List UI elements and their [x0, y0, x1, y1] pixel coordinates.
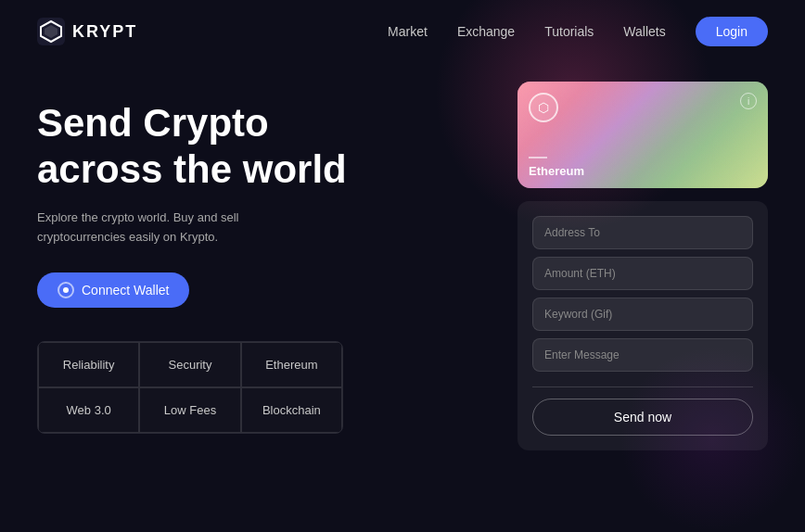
feature-blockchain: Blockchain [241, 387, 342, 433]
wallet-icon [58, 282, 74, 298]
card-info-icon[interactable]: i [740, 93, 757, 109]
login-button[interactable]: Login [696, 17, 768, 46]
nav-tutorials[interactable]: Tutorials [544, 24, 594, 39]
form-divider [532, 386, 753, 387]
message-input[interactable] [532, 338, 753, 372]
logo-icon [37, 18, 65, 45]
eth-icon: ⬡ [529, 93, 558, 122]
card-label-line [529, 157, 547, 158]
hero-subtitle: Explore the crypto world. Buy and sell c… [37, 209, 241, 247]
right-panel: ⬡ i Ethereum Send now [518, 82, 768, 450]
feature-ethereum: Ethereum [241, 342, 342, 387]
main-content: Send Crypto across the world Explore the… [0, 63, 805, 450]
feature-security: Security [139, 342, 240, 387]
navbar: KRYPT Market Exchange Tutorials Wallets … [0, 0, 805, 63]
hero-section: Send Crypto across the world Explore the… [37, 82, 480, 450]
keyword-input[interactable] [532, 298, 753, 331]
logo: KRYPT [37, 18, 137, 45]
logo-text: KRYPT [72, 22, 137, 42]
amount-input[interactable] [532, 257, 753, 290]
address-input[interactable] [532, 216, 753, 249]
feature-web3: Web 3.0 [38, 387, 139, 433]
feature-reliability: Reliability [38, 342, 139, 387]
nav-exchange[interactable]: Exchange [457, 24, 515, 39]
send-now-button[interactable]: Send now [532, 399, 753, 436]
nav-wallets[interactable]: Wallets [623, 24, 665, 39]
card-label: Ethereum [529, 157, 584, 179]
nav-links: Market Exchange Tutorials Wallets Login [388, 17, 768, 46]
send-form: Send now [518, 201, 768, 450]
card-name: Ethereum [529, 164, 584, 178]
connect-wallet-button[interactable]: Connect Wallet [37, 272, 189, 308]
nav-market[interactable]: Market [388, 24, 428, 39]
ethereum-card: ⬡ i Ethereum [518, 82, 768, 188]
feature-low-fees: Low Fees [139, 387, 240, 433]
features-grid: Reliability Security Ethereum Web 3.0 Lo… [37, 341, 343, 434]
hero-title: Send Crypto across the world [37, 100, 480, 194]
